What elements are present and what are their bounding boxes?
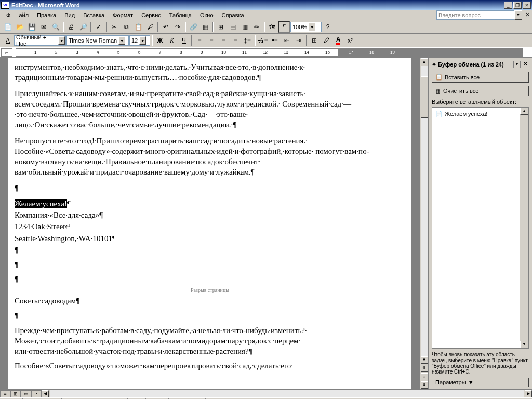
scroll-track[interactable] xyxy=(421,66,428,356)
normal-view-icon[interactable]: ≡ xyxy=(0,390,10,397)
paragraph: 1234·Oak·Street↵ xyxy=(15,221,405,232)
scroll-down-icon[interactable]: ▼ xyxy=(421,356,428,364)
excel-icon[interactable]: ▤ xyxy=(227,21,238,33)
align-left-icon[interactable]: ≡ xyxy=(194,35,205,46)
clipboard-item[interactable]: 📄 Желаем успеха! xyxy=(434,110,526,118)
scroll-up-icon[interactable]: ▲ xyxy=(421,58,428,65)
menu-format[interactable]: Формат xyxy=(109,11,137,19)
font-combo[interactable]: Times New Roman▼ xyxy=(66,35,129,46)
menu-view[interactable]: Вид xyxy=(60,11,79,19)
paste-all-button[interactable]: 📋 Вставить все xyxy=(432,72,529,83)
prev-page-icon[interactable]: ⇈ xyxy=(421,365,428,372)
bold-icon[interactable]: Ж xyxy=(154,35,166,46)
scroll-right-icon[interactable]: ▶ xyxy=(525,390,532,397)
spellcheck-icon[interactable]: ✓ xyxy=(93,21,104,33)
web-view-icon[interactable]: ⊞ xyxy=(10,390,21,397)
paragraph-selected: Желаем·успеха!¶ xyxy=(15,198,405,209)
h-scroll-track[interactable] xyxy=(50,390,524,397)
underline-icon[interactable]: Ч xyxy=(178,35,190,46)
highlight-icon[interactable]: 🖍 xyxy=(321,35,332,46)
tables-borders-icon[interactable]: ▦ xyxy=(200,21,211,33)
cut-icon[interactable]: ✂ xyxy=(109,21,120,33)
menu-edit[interactable]: Правка xyxy=(33,11,60,19)
tab-selector[interactable]: ⌐ xyxy=(1,48,12,57)
ask-dropdown[interactable]: ▼ xyxy=(514,10,522,20)
menu-window[interactable]: Окно xyxy=(196,11,218,19)
align-center-icon[interactable]: ≡ xyxy=(206,35,217,46)
menu-tools[interactable]: Сервис xyxy=(137,11,165,19)
ruler-area: ⌐ 123 456 789 101112 131415 171819 xyxy=(0,47,532,58)
ask-question-box[interactable]: Введите вопрос xyxy=(436,10,514,20)
style-combo[interactable]: Обычный + Пос▼ xyxy=(14,35,66,46)
word-item-icon: 📄 xyxy=(435,111,443,117)
italic-icon[interactable]: К xyxy=(166,35,178,46)
paste-icon[interactable]: 📋 xyxy=(132,21,144,33)
print-preview-icon[interactable]: 🔎 xyxy=(77,21,89,33)
paragraph: Прежде·чем·приступать·к·работам·в·саду,·… xyxy=(15,325,405,357)
clear-all-button[interactable]: 🗑 Очистить все xyxy=(432,86,529,96)
clipboard-item-list: 📄 Желаем успеха! ▲ ▼ xyxy=(432,107,529,349)
justify-icon[interactable]: ≡ xyxy=(230,35,241,46)
show-marks-icon[interactable]: ¶ xyxy=(278,21,290,33)
pane-scrollbar[interactable]: ▲ ▼ xyxy=(520,108,528,348)
document-area: инструментов,·необходимо·знать,·что·с·ни… xyxy=(0,58,420,389)
font-color-icon[interactable]: A xyxy=(332,35,344,46)
doc-close-button[interactable]: ✕ xyxy=(525,11,530,18)
email-icon[interactable]: ✉ xyxy=(38,21,49,33)
menu-help[interactable]: Справка xyxy=(218,11,248,19)
vertical-scrollbar[interactable]: ▲ ▼ ⇈ ○ ⇊ xyxy=(420,58,428,389)
document-page[interactable]: инструментов,·необходимо·знать,·что·с·ни… xyxy=(8,58,411,389)
format-painter-icon[interactable]: 🖌 xyxy=(144,21,156,33)
copy-icon[interactable]: ⧉ xyxy=(121,21,132,33)
styles-pane-icon[interactable]: A xyxy=(2,35,14,46)
chevron-down-icon: ▼ xyxy=(468,379,474,385)
print-view-icon[interactable]: ▭ xyxy=(21,390,31,397)
menu-table[interactable]: Таблица xyxy=(165,11,196,19)
numbered-list-icon[interactable]: ⅓≡ xyxy=(257,35,269,46)
insert-table-icon[interactable]: ⊞ xyxy=(215,21,227,33)
borders-icon[interactable]: ⊞ xyxy=(309,35,320,46)
new-doc-icon[interactable]: 📄 xyxy=(2,21,14,33)
scroll-down-icon[interactable]: ▼ xyxy=(520,341,528,348)
close-button[interactable]: ✕ xyxy=(523,2,531,9)
scroll-up-icon[interactable]: ▲ xyxy=(520,108,528,115)
options-button[interactable]: Параметры ▼ xyxy=(432,378,529,387)
line-spacing-icon[interactable]: ‡≡ xyxy=(242,35,253,46)
increase-indent-icon[interactable]: ⇥ xyxy=(293,35,304,46)
browse-object-icon[interactable]: ○ xyxy=(421,373,428,380)
paragraph: ¶ xyxy=(15,310,405,321)
hyperlink-icon[interactable]: 🔗 xyxy=(188,21,199,33)
horizontal-ruler[interactable]: 123 456 789 101112 131415 171819 xyxy=(16,48,523,57)
restore-button[interactable]: ❐ xyxy=(513,2,522,9)
help-icon[interactable]: ? xyxy=(322,21,334,33)
next-page-icon[interactable]: ⇊ xyxy=(421,381,428,389)
superscript-icon[interactable]: x² xyxy=(344,35,356,46)
print-icon[interactable]: 🖨 xyxy=(65,21,77,33)
size-combo[interactable]: 12▼ xyxy=(129,35,150,46)
task-pane-close[interactable]: ✕ xyxy=(522,61,529,68)
minimize-button[interactable]: _ xyxy=(504,2,512,9)
menu-insert[interactable]: Вставка xyxy=(79,11,109,19)
decrease-indent-icon[interactable]: ⇤ xyxy=(281,35,292,46)
doc-map-icon[interactable]: 🗺 xyxy=(267,21,278,33)
zoom-combo[interactable]: 100%▼ xyxy=(290,22,322,32)
drawing-icon[interactable]: ✏ xyxy=(251,21,262,33)
paragraph: инструментов,·необходимо·знать,·что·с·ни… xyxy=(15,62,405,83)
save-icon[interactable]: 💾 xyxy=(26,21,37,33)
paragraph: Не·пропустите·этот·год!·Пришло·время·рас… xyxy=(15,136,405,178)
menu-file[interactable]: Файл xyxy=(2,11,33,19)
outline-view-icon[interactable]: ⋮ xyxy=(31,390,42,397)
align-right-icon[interactable]: ≡ xyxy=(218,35,229,46)
scroll-thumb[interactable] xyxy=(421,76,428,118)
task-pane-dropdown[interactable]: ▼ xyxy=(513,61,521,68)
open-icon[interactable]: 📂 xyxy=(14,21,25,33)
undo-icon[interactable]: ↶ xyxy=(160,21,171,33)
columns-icon[interactable]: ▥ xyxy=(239,21,250,33)
formatting-toolbar: A Обычный + Пос▼ Times New Roman▼ 12▼ Ж … xyxy=(0,34,532,47)
workspace: инструментов,·необходимо·знать,·что·с·ни… xyxy=(0,58,532,389)
bullet-list-icon[interactable]: •≡ xyxy=(269,35,281,46)
scroll-left-icon[interactable]: ◀ xyxy=(42,390,49,397)
search-icon[interactable]: 🔍 xyxy=(50,21,61,33)
window-title: EditDoc - Microsoft Word xyxy=(11,2,503,8)
redo-icon[interactable]: ↷ xyxy=(172,21,183,33)
